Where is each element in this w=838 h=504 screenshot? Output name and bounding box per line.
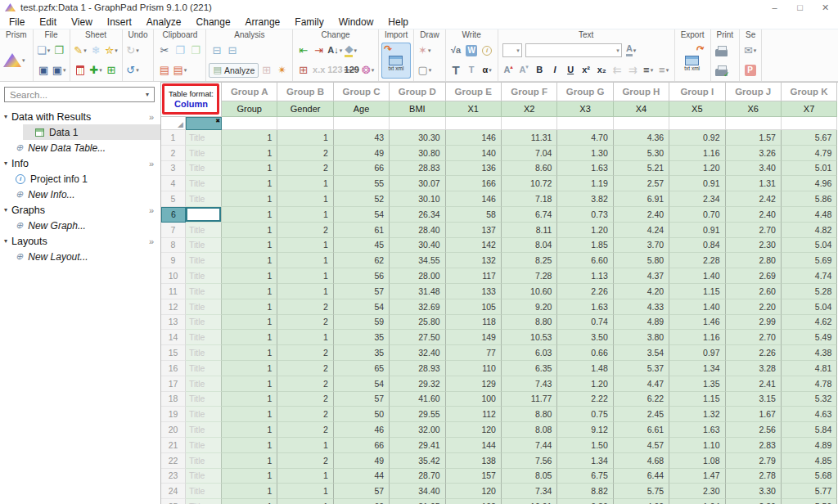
data-cell[interactable]: 56	[334, 268, 390, 284]
text-small-icon[interactable]: T	[464, 61, 480, 79]
data-cell[interactable]: 137	[446, 223, 502, 238]
data-cell[interactable]: 144	[446, 438, 502, 453]
row-title-cell[interactable]: Title	[186, 176, 222, 191]
data-cell[interactable]: 8.05	[502, 469, 557, 484]
data-cell[interactable]: 31.05	[390, 499, 445, 504]
data-cell[interactable]: 7.18	[502, 191, 557, 207]
column-title-x6[interactable]: X6	[726, 101, 782, 117]
row-title-cell[interactable]: Title	[186, 130, 222, 146]
group-header-group-f[interactable]: Group F	[502, 83, 557, 101]
data-cell[interactable]: 6.60	[557, 253, 613, 268]
data-cell[interactable]: 1	[222, 130, 277, 146]
data-cell[interactable]: 5.80	[614, 253, 669, 268]
data-cell[interactable]: 100	[446, 392, 502, 407]
data-cell[interactable]: 58	[446, 207, 502, 223]
data-cell[interactable]: 1.46	[669, 315, 725, 331]
sidebar-section-info[interactable]: ▾Info»	[0, 155, 160, 171]
data-cell[interactable]: 5.75	[614, 484, 669, 499]
data-cell[interactable]: 3.54	[614, 345, 669, 361]
data-cell[interactable]: 6.74	[502, 207, 557, 223]
group-header-group-h[interactable]: Group H	[614, 83, 669, 101]
data-cell[interactable]: 5.37	[614, 361, 669, 376]
column-title-gender[interactable]: Gender	[277, 101, 333, 117]
data-cell[interactable]: 2	[277, 361, 333, 376]
data-cell[interactable]: 66	[334, 161, 390, 177]
sidebar-item-project-info-1[interactable]: iProject info 1	[0, 171, 160, 187]
superscript-icon[interactable]: x²	[579, 61, 594, 79]
data-cell[interactable]: 1	[222, 268, 277, 284]
row-title-cell[interactable]: Title	[186, 499, 222, 504]
import-data-icon[interactable]: ↷txt xml	[381, 43, 411, 79]
column-title-x5[interactable]: X5	[669, 101, 725, 117]
data-cell[interactable]: 132	[446, 253, 502, 268]
outdent-icon[interactable]: ⇇	[610, 61, 625, 79]
data-cell[interactable]: 2.78	[726, 469, 782, 484]
data-cell[interactable]: 1	[222, 223, 277, 238]
print-preview-icon[interactable]: ✓	[714, 61, 729, 79]
data-cell[interactable]: 5.30	[614, 146, 669, 161]
data-cell[interactable]: 5.32	[782, 392, 837, 407]
group-header-group-k[interactable]: Group K	[782, 83, 837, 101]
data-cell[interactable]: 8.80	[502, 315, 557, 331]
data-cell[interactable]: 7.56	[502, 453, 557, 469]
underline-icon[interactable]: U	[563, 61, 579, 79]
data-cell[interactable]: 32.69	[390, 299, 445, 315]
data-cell[interactable]: 29.55	[390, 407, 445, 422]
data-cell[interactable]: 142	[446, 238, 502, 254]
data-cell[interactable]: 7.28	[502, 268, 557, 284]
group-header-group-g[interactable]: Group G	[557, 83, 613, 101]
data-cell[interactable]: 6.03	[502, 345, 557, 361]
text-large-icon[interactable]: T	[448, 61, 464, 79]
decimal-places-icon[interactable]: x.x	[311, 61, 327, 79]
data-cell[interactable]: 1.57	[726, 130, 782, 146]
row-title-cell[interactable]: Title	[186, 453, 222, 469]
move-right-icon[interactable]: ⇥	[311, 42, 327, 60]
data-cell[interactable]: 5.04	[782, 299, 837, 315]
row-number[interactable]: 18	[161, 392, 186, 407]
data-cell[interactable]: 29.41	[390, 438, 445, 453]
row-number[interactable]: 17	[161, 376, 186, 392]
open-file-icon[interactable]: ❐	[52, 42, 67, 60]
insert-sheet-icon[interactable]: ⊞	[104, 61, 119, 79]
data-cell[interactable]: 5.68	[782, 469, 837, 484]
data-cell[interactable]: 5.04	[782, 238, 837, 254]
row-number[interactable]: 21	[161, 438, 186, 453]
data-cell[interactable]: 110	[446, 361, 502, 376]
row-title-cell[interactable]: Title	[186, 392, 222, 407]
data-cell[interactable]: 4.63	[782, 407, 837, 422]
row-number[interactable]: 24	[161, 484, 186, 499]
data-cell[interactable]: 8.08	[502, 422, 557, 438]
data-cell[interactable]: 5.69	[782, 253, 837, 268]
row-number[interactable]: 3	[161, 161, 186, 177]
data-cell[interactable]: 45	[334, 238, 390, 254]
data-cell[interactable]: 2.83	[726, 438, 782, 453]
data-cell[interactable]: 3.40	[726, 161, 782, 177]
data-cell[interactable]: 120	[446, 484, 502, 499]
save-as-icon[interactable]: ▣▾	[52, 61, 67, 79]
data-cell[interactable]: 157	[446, 469, 502, 484]
row-number[interactable]: 1	[161, 130, 186, 146]
row-number[interactable]: 11	[161, 284, 186, 299]
group-header-group-i[interactable]: Group I	[669, 83, 725, 101]
greek-alpha-icon[interactable]: α▾	[480, 61, 495, 79]
data-cell[interactable]: 2.70	[726, 223, 782, 238]
data-cell[interactable]: 1	[277, 438, 333, 453]
data-cell[interactable]: 10.53	[502, 330, 557, 345]
data-cell[interactable]: 1	[277, 130, 333, 146]
data-cell[interactable]: 6.35	[502, 361, 557, 376]
row-title-cell[interactable]: Title	[186, 361, 222, 376]
data-cell[interactable]: 1.19	[557, 176, 613, 191]
data-cell[interactable]: 1.50	[557, 438, 613, 453]
font-size-combo[interactable]: ▾	[502, 43, 522, 57]
data-cell[interactable]: 46	[334, 422, 390, 438]
data-cell[interactable]: 1.40	[669, 268, 725, 284]
data-cell[interactable]: 2.30	[669, 484, 725, 499]
data-cell[interactable]: 2.40	[614, 207, 669, 223]
data-cell[interactable]: 0.91	[669, 223, 725, 238]
data-cell[interactable]: 1.20	[557, 376, 613, 392]
data-cell[interactable]: 3.30	[726, 484, 782, 499]
data-cell[interactable]: 0.84	[669, 238, 725, 254]
data-cell[interactable]: 29.32	[390, 376, 445, 392]
data-cell[interactable]: 44	[334, 469, 390, 484]
data-cell[interactable]: 1	[222, 191, 277, 207]
